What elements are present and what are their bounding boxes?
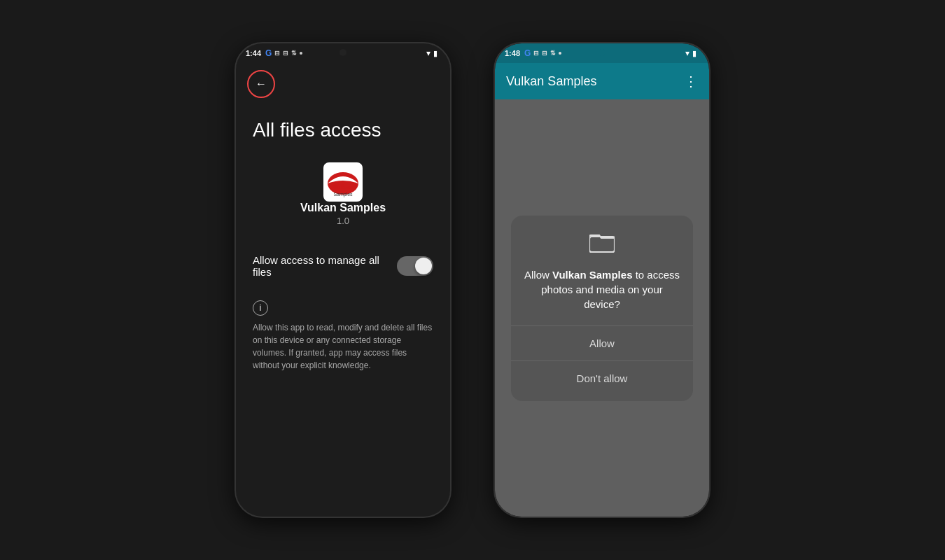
info-text: Allow this app to read, modify and delet… [253, 321, 433, 372]
wifi-icon-1: ▾ [426, 48, 430, 58]
info-section: i Allow this app to read, modify and del… [236, 289, 450, 383]
toggle-label: Allow access to manage all files [253, 254, 386, 278]
toggle-knob [415, 258, 432, 274]
permission-dialog: Allow Vulkan Samples to access photos an… [511, 216, 693, 401]
app-info: Vulkan Samples Vulkan Samples 1.0 [236, 162, 450, 243]
toggle-row: Allow access to manage all files [236, 243, 450, 289]
page-title: All files access [236, 105, 450, 162]
folder-icon [589, 232, 615, 253]
app-version: 1.0 [337, 216, 349, 226]
info-icon: i [253, 300, 268, 316]
status-right-1: ▾ ▮ [426, 48, 438, 58]
front-camera-2 [598, 49, 606, 56]
status-left-2: 1:48 G ⊟ ⊟ ⇅ [505, 48, 561, 58]
dot-indicator-2 [559, 52, 561, 55]
toggle-switch[interactable] [397, 256, 433, 276]
topbar-title: Vulkan Samples [506, 74, 596, 89]
dialog-icon-row [522, 232, 682, 256]
dot-indicator [300, 52, 302, 55]
app-logo: Vulkan Samples [323, 162, 363, 202]
battery-icon-1: ▮ [433, 49, 438, 58]
back-arrow-icon: ← [255, 78, 267, 90]
battery-icon-2: ▮ [692, 49, 696, 58]
dialog-overlay: Allow Vulkan Samples to access photos an… [495, 99, 709, 517]
app-topbar: Vulkan Samples ⋮ [495, 63, 709, 99]
google-g-icon-2: G [524, 48, 531, 58]
phone-2: 1:48 G ⊟ ⊟ ⇅ ▾ ▮ Vulkan Samples ⋮ [493, 42, 710, 518]
time-1: 1:44 [246, 49, 261, 57]
phone-1: 1:44 G ⊟ ⊟ ⇅ ▾ ▮ ← All files access [234, 42, 451, 518]
sync-icon: ⇅ [291, 50, 297, 57]
dialog-text-prefix: Allow [524, 269, 552, 281]
dialog-text: Allow Vulkan Samples to access photos an… [522, 267, 682, 312]
sim-icon-3: ⊟ [533, 50, 539, 57]
app-name: Vulkan Samples [300, 202, 386, 214]
dialog-app-name: Vulkan Samples [552, 269, 633, 281]
info-icon-row: i [253, 300, 433, 316]
back-btn-row: ← [236, 63, 450, 105]
dont-allow-button[interactable]: Don't allow [522, 361, 682, 396]
time-2: 1:48 [505, 49, 520, 57]
sync-icon-2: ⇅ [550, 50, 556, 57]
app-body: Allow Vulkan Samples to access photos an… [495, 99, 709, 517]
svg-text:Samples: Samples [333, 192, 353, 197]
front-camera-1 [340, 49, 346, 56]
google-g-icon-1: G [265, 48, 272, 58]
sim-icon-1: ⊟ [274, 50, 280, 57]
wifi-icon-2: ▾ [685, 48, 690, 58]
phone1-content: ← All files access Vulkan Samples Vulkan… [236, 63, 450, 517]
svg-rect-4 [589, 237, 615, 252]
back-button[interactable]: ← [247, 70, 275, 98]
svg-text:Vulkan: Vulkan [332, 183, 353, 190]
sim-icon-2: ⊟ [283, 50, 288, 57]
status-right-2: ▾ ▮ [685, 48, 696, 58]
sim-icon-4: ⊟ [542, 50, 547, 57]
status-left-1: 1:44 G ⊟ ⊟ ⇅ [246, 48, 302, 58]
menu-icon[interactable]: ⋮ [684, 73, 698, 90]
allow-button[interactable]: Allow [522, 326, 682, 360]
